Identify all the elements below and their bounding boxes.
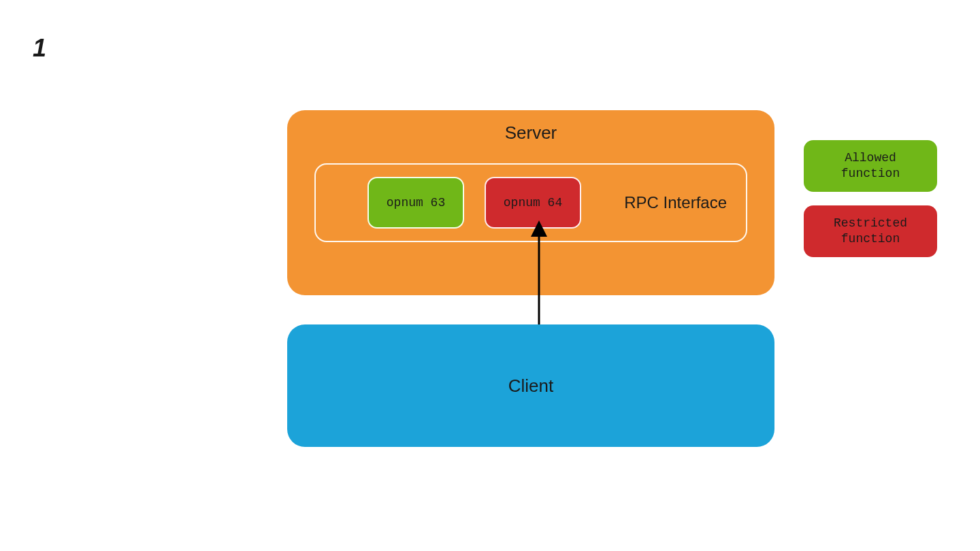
legend-allowed-line2: function — [841, 166, 900, 182]
client-title: Client — [508, 375, 553, 397]
legend-allowed-line1: Allowed — [845, 150, 896, 166]
legend-restricted-line2: function — [841, 231, 900, 247]
legend-restricted: Restricted function — [804, 205, 937, 257]
opnum-allowed-box: opnum 63 — [368, 177, 464, 229]
arrow-icon — [525, 223, 553, 332]
opnum-restricted-box: opnum 64 — [485, 177, 581, 229]
client-container: Client — [287, 324, 774, 447]
legend-restricted-line1: Restricted — [834, 216, 907, 231]
rpc-interface-label: RPC Interface — [624, 193, 727, 212]
legend-allowed: Allowed function — [804, 140, 937, 192]
page-number: 1 — [33, 34, 46, 63]
server-title: Server — [287, 122, 774, 144]
